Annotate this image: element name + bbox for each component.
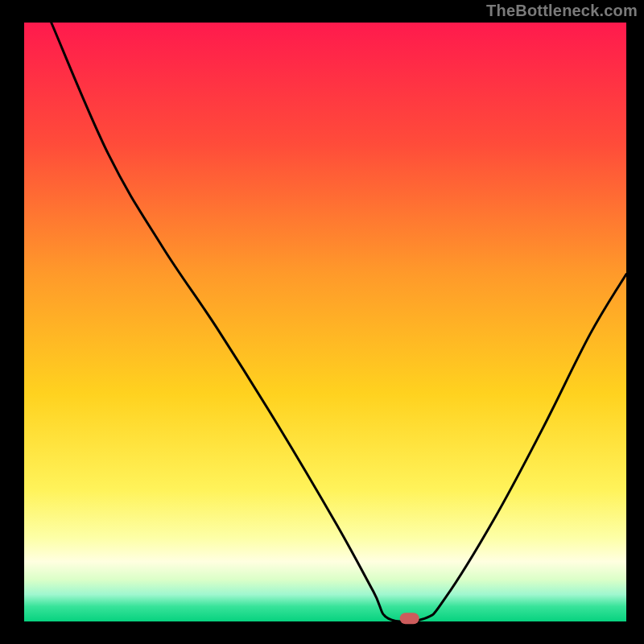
watermark-text: TheBottleneck.com	[486, 2, 638, 20]
optimal-marker	[400, 613, 419, 624]
bottleneck-chart	[0, 0, 644, 644]
chart-frame: TheBottleneck.com	[0, 0, 644, 644]
plot-background	[24, 23, 626, 621]
